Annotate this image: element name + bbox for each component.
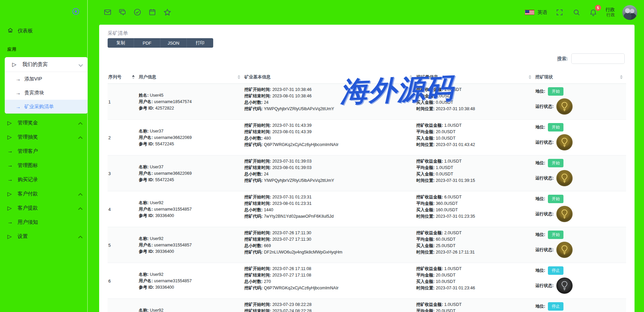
topbar: 英语 5 行政 行政 <box>88 0 644 25</box>
sort-icons[interactable] <box>238 75 240 79</box>
table-row[interactable]: 6 名称: User92 用户名: username31554857 参考 ID… <box>108 263 626 299</box>
sidebar-item[interactable]: → 用户须知 <box>0 215 87 229</box>
json-button[interactable]: JSON <box>160 38 187 48</box>
chat-icon[interactable] <box>118 7 127 17</box>
sidebar-sub-item-label: 贵宾滑块 <box>24 90 44 96</box>
cell-mining-basic-info: 挖矿开始时间: 2023-07-31 01:39:03 挖矿结束时间: 2023… <box>244 155 416 191</box>
sidebar: 仪表板 应用 ▷ 我们的贵宾 → 添加VIP → 贵宾滑块 → 矿业采购清单 ▷… <box>0 0 88 312</box>
notification-badge: 5 <box>595 5 601 11</box>
cell-serial: 1 <box>108 84 138 119</box>
sidebar-sub-item[interactable]: → 添加VIP <box>5 72 88 86</box>
table-row[interactable]: 2 名称: User37 用户名: username36622069 参考 ID… <box>108 120 626 155</box>
avatar[interactable] <box>622 5 637 20</box>
sort-icons[interactable] <box>529 75 531 79</box>
cell-mining-status: 地位: 开始 运行状态: <box>535 84 626 119</box>
status-badge: 停止 <box>548 302 563 311</box>
cell-user-info: 名称: User37 用户名: username36622069 参考 ID: … <box>138 155 244 191</box>
cell-mining-basic-info: 挖矿开始时间: 2023-07-26 17:11:08 挖矿结束时间: 2023… <box>244 263 416 298</box>
cell-serial: 4 <box>108 191 138 227</box>
chevron-up-icon <box>79 136 82 139</box>
table-row[interactable]: 3 名称: User37 用户名: username36622069 参考 ID… <box>108 155 626 191</box>
cell-mining-status: 地位: 开始 运行状态: <box>535 120 626 155</box>
cell-user-info: 名称: User92 用户名: username31554857 参考 ID: … <box>138 263 244 298</box>
status-badge: 开始 <box>548 231 563 239</box>
main-panel: 采矿清单 复制 PDF JSON 打印 搜索: 序列号 用户信息 矿业基本信息 … <box>99 25 635 312</box>
sidebar-menu: 仪表板 应用 ▷ 我们的贵宾 → 添加VIP → 贵宾滑块 → 矿业采购清单 ▷… <box>0 24 87 243</box>
pdf-button[interactable]: PDF <box>134 38 160 48</box>
sort-icons[interactable] <box>409 75 412 79</box>
print-button[interactable]: 打印 <box>187 38 213 48</box>
sidebar-sub-item[interactable]: → 贵宾滑块 <box>5 86 88 100</box>
table-row[interactable]: 1 姓名: User45 用户名: username18547574 参考 ID… <box>108 84 626 120</box>
search-input[interactable] <box>571 53 625 64</box>
cell-mining-status: 地位: 开始 运行状态: <box>535 227 626 263</box>
cell-mining-status: 地位: 开始 运行状态: <box>535 191 626 227</box>
user-menu[interactable]: 行政 行政 <box>605 7 615 18</box>
fullscreen-icon[interactable] <box>555 8 564 17</box>
star-icon[interactable] <box>162 7 172 17</box>
cell-user-info: 姓名: User45 用户名: username18547574 参考 ID: … <box>138 84 244 119</box>
cell-user-info: 名称: User92 用户名: username31554857 参考 ID: … <box>138 299 244 312</box>
sidebar-item-label: 购买记录 <box>18 176 38 183</box>
cell-serial: 7 <box>108 299 138 312</box>
chevron-up-icon <box>79 207 82 210</box>
arrow-icon: → <box>16 104 24 110</box>
column-header-user-info[interactable]: 用户信息 <box>138 70 244 83</box>
arrow-icon: → <box>7 148 18 154</box>
sidebar-item-label: 仪表板 <box>18 28 33 34</box>
sort-icons[interactable] <box>620 75 623 79</box>
column-header-mining-basic-info[interactable]: 矿业基本信息 <box>244 70 416 83</box>
sidebar-item[interactable]: → 管理图标 <box>0 158 87 172</box>
copy-button[interactable]: 复制 <box>108 38 134 48</box>
sidebar-item[interactable]: → 管理客户 <box>0 144 87 158</box>
calendar-icon[interactable] <box>148 7 157 17</box>
bulb-icon <box>556 206 573 222</box>
sidebar-lower-menu: ▷ 管理奖金 ▷ 管理抽奖 → 管理客户 → 管理图标 → 购买记录 ▷ 客户付… <box>0 116 87 243</box>
sidebar-item[interactable]: → 购买记录 <box>0 172 87 187</box>
cell-mining-status: 地位: 停止 运行状态: <box>535 299 626 312</box>
mail-icon[interactable] <box>103 7 112 17</box>
table-row[interactable]: 7 名称: User92 用户名: username31554857 参考 ID… <box>108 299 626 312</box>
table-row[interactable]: 5 名称: User92 用户名: username31554857 参考 ID… <box>108 227 626 263</box>
sidebar-item[interactable]: ▷ 管理抽奖 <box>0 130 87 144</box>
play-icon: ▷ <box>7 191 18 197</box>
language-switcher[interactable]: 英语 <box>525 9 547 16</box>
language-label: 英语 <box>537 9 547 16</box>
cell-serial: 2 <box>108 120 138 155</box>
cell-mining-basic-info: 挖矿开始时间: 2023-07-31 01:43:39 挖矿结束时间: 2023… <box>244 120 416 155</box>
search-icon[interactable] <box>572 8 581 17</box>
column-header-mining-amount-info[interactable]: 挖矿量信息 <box>416 70 535 83</box>
sidebar-sub-item-label: 矿业采购清单 <box>24 103 54 110</box>
status-badge: 开始 <box>548 195 563 203</box>
cell-user-info: 名称: User37 用户名: username36622069 参考 ID: … <box>138 120 244 155</box>
sidebar-sub-item[interactable]: → 矿业采购清单 <box>5 100 88 114</box>
cell-mining-amount-info: 挖矿收益金额: 1.0USDT 平均金额: 20.0USDT 买入金额: 10.… <box>416 120 535 155</box>
sidebar-item[interactable]: ▷ 客户提款 <box>0 201 87 215</box>
cell-serial: 6 <box>108 263 138 298</box>
cell-mining-basic-info: 挖矿开始时间: 2023-07-31 01:23:31 挖矿结束时间: 2023… <box>244 191 416 227</box>
chevron-down-icon <box>79 63 82 66</box>
sidebar-toggle-target-icon[interactable] <box>72 7 80 16</box>
column-header-mining-status[interactable]: 挖矿现状 <box>535 70 626 83</box>
check-circle-icon[interactable] <box>133 7 142 17</box>
play-icon: ▷ <box>7 233 18 240</box>
sort-icons[interactable] <box>132 75 135 79</box>
sidebar-item-label: 管理客户 <box>18 148 38 154</box>
sidebar-item[interactable]: ▷ 客户付款 <box>0 187 87 201</box>
sidebar-item[interactable]: ▷ 设置 <box>0 229 87 243</box>
sidebar-item[interactable]: ▷ 管理奖金 <box>0 116 87 130</box>
column-header-serial[interactable]: 序列号 <box>108 70 138 83</box>
bulb-icon <box>556 170 573 186</box>
arrow-icon: → <box>7 176 18 183</box>
status-badge: 开始 <box>548 123 563 131</box>
sidebar-item-label: 设置 <box>18 233 28 240</box>
sidebar-item-dashboard[interactable]: 仪表板 <box>0 24 87 38</box>
sidebar-group-our-vip[interactable]: ▷ 我们的贵宾 <box>5 57 88 72</box>
cell-mining-status: 地位: 停止 运行状态: <box>535 263 626 298</box>
notifications-bell-icon[interactable]: 5 <box>589 8 598 17</box>
play-icon: ▷ <box>7 120 18 126</box>
table-row[interactable]: 4 名称: User92 用户名: username31554857 参考 ID… <box>108 191 626 227</box>
user-role: 行政 <box>605 7 615 13</box>
chevron-up-icon <box>79 121 82 124</box>
arrow-icon: → <box>7 162 18 168</box>
